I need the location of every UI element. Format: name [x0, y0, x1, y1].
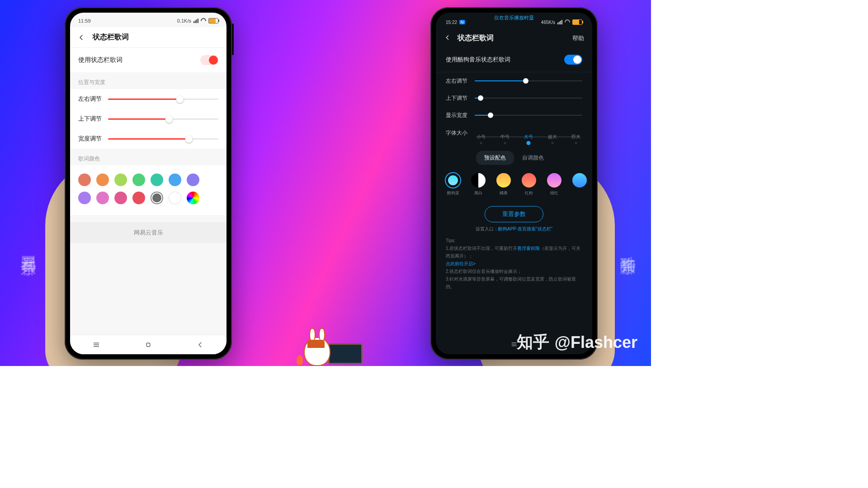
wifi-icon — [565, 19, 570, 25]
statusbar-lyrics-toggle[interactable] — [564, 55, 582, 65]
color-swatch[interactable] — [187, 174, 199, 186]
entry-hint: 设置入口：酷狗APP-首页搜索“状态栏” — [436, 226, 592, 232]
color-swatch[interactable] — [96, 174, 109, 186]
nav-back-icon[interactable] — [196, 341, 204, 349]
wifi-icon — [201, 18, 206, 23]
status-net-speed: 465K/s — [541, 20, 555, 25]
slider-horizontal[interactable] — [108, 94, 218, 103]
tab-preset[interactable]: 预设配色 — [476, 151, 514, 165]
signal-icon — [193, 19, 198, 23]
font-step[interactable]: 大号 — [522, 134, 535, 140]
slider-w-label: 显示宽度 — [446, 112, 467, 119]
color-swatch[interactable] — [151, 174, 163, 186]
slider-horizontal[interactable] — [475, 77, 582, 85]
font-step[interactable]: 中号 — [499, 134, 511, 140]
signal-icon — [557, 20, 562, 24]
page-title: 状态栏歌词 — [93, 33, 129, 42]
font-size-stepper[interactable]: 小号中号大号超大巨大 — [475, 126, 582, 140]
preset-color[interactable]: 红粉 — [522, 173, 536, 196]
battery-icon — [208, 18, 218, 23]
toggle-label: 使用酷狗音乐状态栏歌词 — [446, 56, 510, 64]
color-swatch[interactable] — [132, 174, 145, 186]
status-marquee: 仅在音乐播放时显 — [494, 14, 534, 21]
reset-button[interactable]: 重置参数 — [485, 206, 543, 222]
color-swatch-custom[interactable] — [187, 192, 199, 204]
android-nav-bar — [70, 335, 226, 354]
section-color: 歌词颜色 — [70, 149, 226, 165]
phone-kugou: 15:22N 仅在音乐播放时显 465K/s 状态栏歌词 帮助 使用酷狗音乐状态… — [430, 7, 598, 360]
status-pill-icon: N — [459, 20, 465, 24]
color-swatch[interactable] — [169, 174, 181, 186]
page-title: 状态栏歌词 — [458, 33, 566, 43]
toggle-row: 使用状态栏歌词 — [70, 48, 226, 72]
tab-custom[interactable]: 自调颜色 — [514, 151, 552, 165]
color-swatch[interactable] — [78, 192, 91, 204]
phone-netease: 11:59 0.1K/s 状态栏歌词 使用状态栏歌词 位置与宽度 — [65, 7, 232, 360]
back-icon[interactable] — [444, 34, 451, 43]
preset-colors: 酷狗蓝黑白橘黄红粉桃红 — [436, 169, 592, 198]
color-swatch[interactable] — [114, 174, 127, 186]
font-step[interactable]: 巨大 — [570, 134, 582, 140]
statusbar-lyrics-toggle[interactable] — [200, 55, 218, 65]
back-icon[interactable] — [77, 33, 85, 42]
color-swatches — [70, 165, 226, 215]
zhihu-logo: 知乎 — [517, 331, 549, 353]
battery-icon — [572, 19, 582, 25]
color-swatch[interactable] — [132, 192, 145, 204]
open-permission-link[interactable]: 点此前往开启> — [446, 261, 476, 266]
watermark: 知乎 @Flashcer — [517, 331, 637, 353]
tips-block: Tips: 1.若状态栏歌词不出现，可重新打开悬浮窗权限（若显示为开，可关闭后再… — [436, 232, 592, 295]
nav-home-icon[interactable] — [144, 341, 152, 349]
color-swatch-white[interactable] — [169, 192, 181, 204]
nav-menu-icon[interactable] — [92, 341, 100, 349]
entry-link[interactable]: 酷狗APP-首页搜索“状态栏” — [498, 226, 552, 231]
status-net-speed: 0.1K/s — [177, 18, 191, 23]
font-step[interactable]: 小号 — [475, 134, 487, 140]
slider-vertical[interactable] — [108, 114, 218, 123]
slider-h-label: 左右调节 — [78, 95, 102, 103]
mascot-bunny — [299, 334, 363, 366]
slider-v-label: 上下调节 — [78, 115, 102, 123]
overlay-permission-link[interactable]: 悬浮窗权限 — [517, 246, 540, 251]
status-time: 15:22 — [446, 20, 457, 25]
svg-rect-0 — [146, 343, 150, 347]
status-bar: 15:22N 仅在音乐播放时显 465K/s — [436, 13, 592, 29]
help-link[interactable]: 帮助 — [572, 34, 584, 42]
color-mode-tabs: 预设配色 自调颜色 — [446, 151, 582, 165]
preset-color[interactable]: 橘黄 — [496, 173, 511, 196]
slider-vertical[interactable] — [475, 94, 582, 102]
toggle-label: 使用状态栏歌词 — [78, 56, 123, 64]
color-swatch[interactable] — [78, 174, 91, 186]
app-footer-label: 网易云音乐 — [70, 222, 226, 243]
font-size-label: 字体大小 — [446, 129, 467, 137]
preset-color[interactable] — [572, 173, 587, 196]
preset-color[interactable]: 酷狗蓝 — [446, 173, 460, 196]
watermark-handle: @Flashcer — [555, 333, 637, 352]
font-step[interactable]: 超大 — [546, 134, 559, 140]
section-position: 位置与宽度 — [70, 72, 226, 89]
slider-width[interactable] — [108, 134, 218, 143]
header: 状态栏歌词 帮助 — [436, 29, 592, 47]
header: 状态栏歌词 — [70, 27, 226, 48]
preset-color[interactable]: 桃红 — [547, 173, 561, 196]
color-swatch[interactable] — [114, 192, 127, 204]
slider-h-label: 左右调节 — [446, 77, 467, 85]
slider-v-label: 上下调节 — [446, 94, 467, 102]
status-time: 11:59 — [78, 18, 91, 23]
slider-w-label: 宽度调节 — [78, 135, 102, 143]
status-bar: 11:59 0.1K/s — [70, 13, 226, 27]
color-swatch-selected[interactable] — [151, 192, 163, 204]
slider-width[interactable] — [475, 111, 582, 119]
color-swatch[interactable] — [96, 192, 109, 204]
preset-color[interactable]: 黑白 — [471, 173, 486, 196]
